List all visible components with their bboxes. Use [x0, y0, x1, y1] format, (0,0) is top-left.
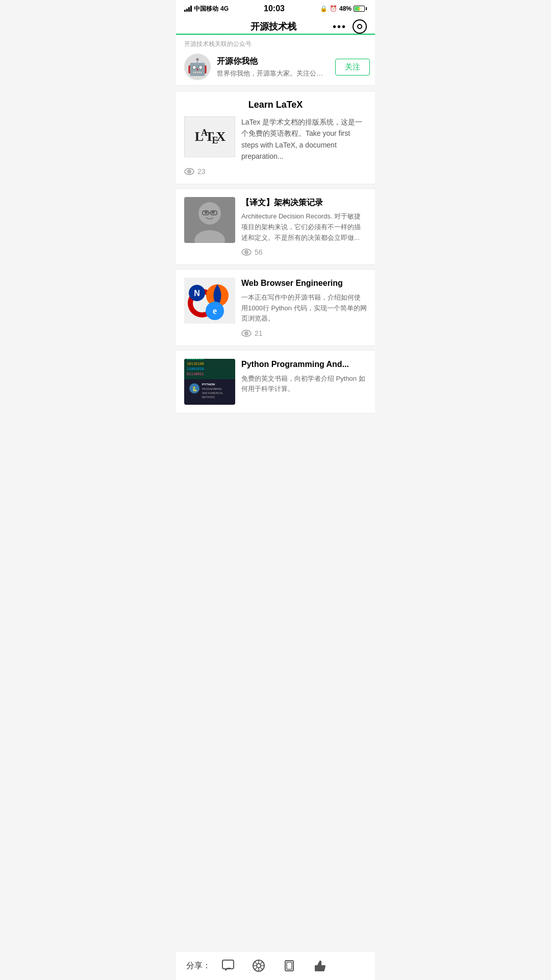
scan-inner-icon	[357, 24, 362, 29]
account-info: 开源你我他 世界你我他，开源靠大家。关注公众号，获取开...	[217, 56, 329, 78]
svg-point-6	[205, 211, 208, 214]
article-thumbnail: LATEX	[184, 116, 235, 157]
article-views: 23	[184, 167, 367, 176]
svg-text:N: N	[194, 289, 200, 298]
svg-text:e: e	[213, 306, 217, 316]
article-title: 【译文】架构决策记录	[241, 197, 367, 208]
view-count: 56	[255, 248, 263, 256]
more-button[interactable]: •••	[333, 21, 346, 33]
article-thumbnail: e N	[184, 278, 235, 324]
person-icon	[184, 197, 235, 243]
robot-icon: 🤖	[187, 57, 208, 77]
eye-icon	[241, 330, 252, 337]
carrier-label: 中国移动	[194, 5, 218, 13]
page-title: 开源技术栈	[215, 20, 333, 33]
nav-bar: 开源技术栈 •••	[176, 15, 375, 35]
svg-point-7	[212, 211, 215, 214]
public-account-banner: 开源技术栈关联的公众号 🤖 开源你我他 世界你我他，开源靠大家。关注公众号，获取…	[176, 35, 375, 86]
signal-icon	[184, 6, 192, 12]
article-views: 21	[241, 329, 367, 337]
article-description: 一本正在写作中的开源书籍，介绍如何使用1000行 Python 代码，实现一个简…	[241, 292, 367, 324]
browser-logos-icon: e N	[184, 278, 235, 324]
article-list: Learn LaTeX LATEX LaTex 是学术文档的排版系统，这是一个免…	[176, 91, 375, 413]
status-bar: 中国移动 4G 10:03 🔒 ⏰ 48% ⚡	[176, 0, 375, 15]
svg-text:01110011: 01110011	[187, 372, 204, 376]
article-title: Python Programming And...	[241, 359, 367, 370]
article-title: Learn LaTeX	[184, 100, 367, 110]
article-body: LATEX LaTex 是学术文档的排版系统，这是一个免费的英语教程。Take …	[184, 116, 367, 162]
svg-text:11001010: 11001010	[187, 367, 204, 371]
status-time: 10:03	[264, 4, 285, 13]
account-desc: 世界你我他，开源靠大家。关注公众号，获取开...	[217, 69, 329, 78]
follow-button[interactable]: 关注	[335, 59, 370, 76]
scan-button[interactable]	[353, 19, 367, 34]
battery-icon: ⚡	[354, 6, 367, 12]
svg-point-4	[198, 202, 221, 225]
view-count: 21	[255, 329, 263, 337]
alarm-icon: ⏰	[330, 5, 337, 12]
python-book-icon: 01001011 10110100 11001010 01110011 🐍 PY…	[184, 359, 235, 405]
eye-icon	[184, 168, 194, 175]
svg-text:AND NUMERICAL: AND NUMERICAL	[202, 391, 223, 395]
svg-point-2	[189, 170, 190, 172]
eye-icon	[241, 249, 252, 256]
battery-percent: 48%	[339, 5, 352, 12]
svg-text:PROGRAMMING: PROGRAMMING	[202, 387, 222, 390]
article-content: Web Browser Engineering 一本正在写作中的开源书籍，介绍如…	[241, 278, 367, 337]
article-views: 56	[241, 248, 367, 256]
article-content: Python Programming And... 免费的英文书籍，向初学者介绍…	[241, 359, 367, 395]
status-right: 🔒 ⏰ 48% ⚡	[320, 5, 367, 12]
lock-icon: 🔒	[320, 5, 328, 12]
article-thumbnail: 01001011 10110100 11001010 01110011 🐍 PY…	[184, 359, 235, 405]
svg-text:METHODS: METHODS	[202, 396, 215, 399]
account-avatar: 🤖	[184, 54, 211, 80]
public-account-row[interactable]: 🤖 开源你我他 世界你我他，开源靠大家。关注公众号，获取开... 关注	[184, 54, 367, 80]
svg-text:01001011: 01001011	[187, 359, 204, 361]
svg-text:PYTHON: PYTHON	[202, 383, 215, 386]
svg-text:A GUIDE FOR ENGINEERS: A GUIDE FOR ENGINEERS	[187, 404, 219, 405]
svg-text:🐍: 🐍	[192, 386, 198, 392]
article-item[interactable]: 【译文】架构决策记录 Architecture Decision Records…	[176, 188, 375, 265]
view-count: 23	[197, 167, 206, 176]
article-item[interactable]: Learn LaTeX LATEX LaTex 是学术文档的排版系统，这是一个免…	[176, 91, 375, 184]
latex-logo: LATEX	[193, 126, 227, 149]
article-description: 免费的英文书籍，向初学者介绍 Python 如何用于科学计算。	[241, 374, 367, 395]
article-description: Architecture Decision Records. 对于敏捷项目的架构…	[241, 211, 367, 243]
network-label: 4G	[220, 5, 229, 12]
article-item[interactable]: e N Web Browser Engineering 一本正在写作中的开源书籍…	[176, 269, 375, 346]
article-title: Web Browser Engineering	[241, 278, 367, 289]
nav-actions: •••	[333, 19, 367, 34]
account-name: 开源你我他	[217, 56, 329, 67]
article-content: 【译文】架构决策记录 Architecture Decision Records…	[241, 197, 367, 257]
svg-point-24	[246, 333, 247, 334]
svg-point-13	[246, 252, 247, 253]
article-thumbnail	[184, 197, 235, 243]
article-item[interactable]: 01001011 10110100 11001010 01110011 🐍 PY…	[176, 350, 375, 413]
article-description: LaTex 是学术文档的排版系统，这是一个免费的英语教程。Take your f…	[241, 116, 367, 162]
svg-text:10110100: 10110100	[187, 362, 204, 366]
public-account-label: 开源技术栈关联的公众号	[184, 40, 367, 48]
status-left: 中国移动 4G	[184, 5, 229, 13]
